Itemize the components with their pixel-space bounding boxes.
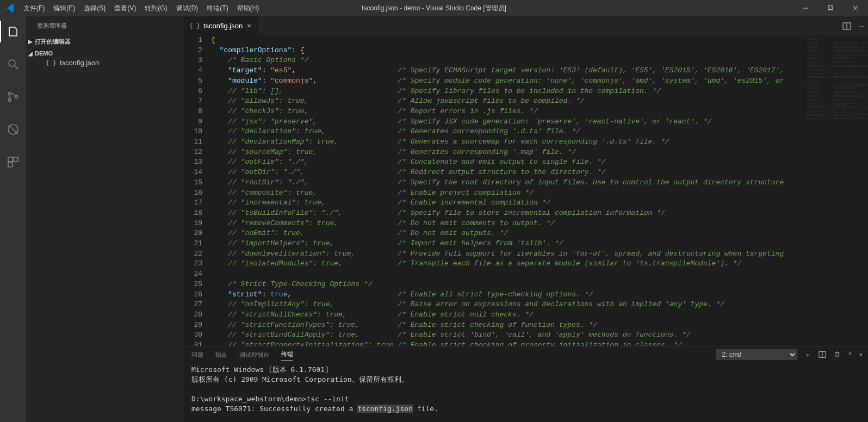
extensions-icon[interactable] (0, 151, 26, 173)
window-title: tsconfig.json - demo - Visual Studio Cod… (362, 4, 506, 13)
code-content[interactable]: { "compilerOptions": { /* Basic Options … (211, 35, 803, 346)
json-file-icon: { } (46, 59, 57, 66)
menu-item[interactable]: 查看(V) (110, 0, 140, 16)
menu-item[interactable]: 选择(S) (79, 0, 110, 16)
close-button[interactable] (843, 0, 868, 16)
menu-item[interactable]: 帮助(H) (233, 0, 264, 16)
svg-point-7 (9, 92, 11, 95)
line-numbers: 1234567891011121314151617181920212223242… (184, 35, 211, 346)
bottom-panel: 问题输出调试控制台终端 2: cmd ＋ ^ × Microsoft Windo… (184, 346, 868, 422)
explorer-sidebar: 资源管理器 ▶ 打开的编辑器 ◢ DEMO { } tsconfig.json (26, 16, 184, 422)
section-label: DEMO (35, 50, 53, 57)
title-bar: 文件(F)编辑(E)选择(S)查看(V)转到(G)调试(D)终端(T)帮助(H)… (0, 0, 868, 16)
svg-line-11 (9, 125, 17, 134)
folder-section[interactable]: ◢ DEMO (26, 49, 184, 58)
menu-item[interactable]: 调试(D) (172, 0, 203, 16)
vscode-logo-icon (0, 4, 19, 13)
chevron-right-icon: ▶ (28, 39, 33, 45)
code-editor[interactable]: 1234567891011121314151617181920212223242… (184, 35, 868, 346)
panel-tab[interactable]: 终端 (281, 348, 293, 361)
menu-item[interactable]: 终端(T) (202, 0, 232, 16)
new-terminal-icon[interactable]: ＋ (805, 351, 811, 359)
kill-terminal-icon[interactable] (834, 351, 841, 358)
json-file-icon: { } (189, 22, 200, 29)
panel-tab[interactable]: 输出 (215, 349, 227, 361)
menu-item[interactable]: 转到(G) (140, 0, 171, 16)
close-tab-icon[interactable]: × (246, 22, 252, 30)
menu-item[interactable]: 文件(F) (19, 0, 49, 16)
menu-item[interactable]: 编辑(E) (49, 0, 79, 16)
svg-line-6 (15, 66, 18, 69)
terminal-select[interactable]: 2: cmd (716, 349, 797, 360)
close-panel-icon[interactable]: × (859, 351, 863, 358)
split-editor-icon[interactable] (842, 22, 851, 30)
explorer-icon[interactable] (0, 21, 26, 42)
activity-bar (0, 16, 26, 422)
section-label: 打开的编辑器 (35, 38, 71, 46)
maximize-panel-icon[interactable]: ^ (848, 351, 851, 358)
svg-point-5 (9, 60, 15, 66)
source-control-icon[interactable] (0, 86, 26, 108)
terminal-output[interactable]: Microsoft Windows [版本 6.1.7601] 版权所有 (c)… (184, 363, 868, 422)
debug-icon[interactable] (0, 119, 26, 140)
more-actions-icon[interactable]: ··· (859, 22, 865, 30)
svg-rect-13 (14, 157, 18, 162)
chevron-down-icon: ◢ (28, 51, 33, 57)
minimap[interactable]: { "compilerOptions": { /* Basic Options … (803, 35, 868, 346)
tab-tsconfig[interactable]: { } tsconfig.json × (184, 16, 258, 35)
panel-tab[interactable]: 问题 (191, 349, 203, 361)
panel-tabs: 问题输出调试控制台终端 2: cmd ＋ ^ × (184, 346, 868, 363)
split-terminal-icon[interactable] (819, 351, 826, 358)
svg-rect-14 (8, 163, 13, 167)
panel-tab[interactable]: 调试控制台 (239, 349, 269, 361)
menu-bar: 文件(F)编辑(E)选择(S)查看(V)转到(G)调试(D)终端(T)帮助(H) (19, 0, 263, 16)
sidebar-title: 资源管理器 (26, 16, 184, 35)
svg-rect-1 (828, 5, 832, 10)
minimize-button[interactable] (793, 0, 818, 16)
maximize-button[interactable] (818, 0, 843, 16)
editor-tabs: { } tsconfig.json × ··· (184, 16, 868, 35)
svg-point-8 (9, 99, 11, 102)
svg-rect-2 (829, 5, 833, 10)
file-name: tsconfig.json (60, 59, 99, 67)
svg-rect-12 (8, 157, 13, 162)
tab-label: tsconfig.json (203, 22, 243, 30)
open-editors-section[interactable]: ▶ 打开的编辑器 (26, 36, 184, 47)
file-tsconfig[interactable]: { } tsconfig.json (26, 58, 184, 68)
search-icon[interactable] (0, 53, 26, 75)
svg-point-9 (15, 96, 18, 98)
